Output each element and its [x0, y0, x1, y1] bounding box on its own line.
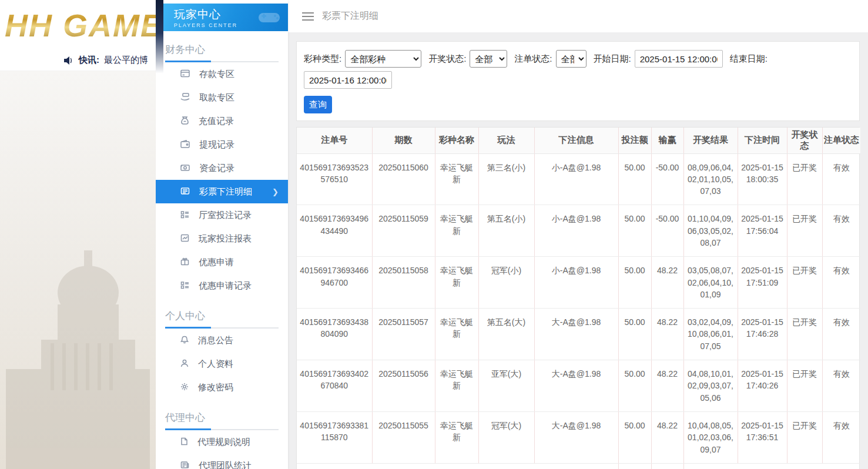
query-button[interactable]: 查询	[304, 96, 332, 113]
lottery-type-label: 彩种类型:	[304, 53, 341, 65]
start-date-label: 开始日期:	[594, 53, 631, 65]
table-row: 40156917369343880409020250115057幸运飞艇新第五名…	[297, 309, 860, 360]
table-cell: 第五名(大)	[478, 309, 534, 360]
section-agent: 代理中心 代理规则说明 代理团队统计	[156, 411, 288, 469]
sidebar-item-label: 修改密码	[198, 382, 233, 393]
logo-bar: HH GAME	[0, 0, 156, 50]
page-summary-row: 当前页统计 300.00 92.86	[297, 463, 860, 469]
sidebar-item-label: 取款专区	[199, 92, 234, 103]
sidebar-item-fund-records[interactable]: 资金记录	[165, 156, 279, 180]
wallet-icon	[180, 140, 190, 150]
section-personal: 个人中心 消息公告 个人资料 修改密码	[156, 309, 288, 399]
section-finance: 财务中心 存款专区 取款专区 充值记录 提现记录 资金记录	[156, 43, 288, 297]
table-cell: 20250115055	[372, 411, 435, 463]
money-bag-icon	[180, 116, 189, 126]
col-header: 注单状态	[822, 128, 860, 153]
end-date-input[interactable]	[304, 71, 392, 89]
menu-toggle-icon[interactable]	[302, 10, 314, 23]
table-cell: 50.00	[618, 205, 651, 257]
sidebar-item-promo-apply[interactable]: 优惠申请	[165, 250, 279, 274]
draw-status-select[interactable]: 全部	[470, 50, 507, 68]
sidebar-item-deposit-zone[interactable]: 存款专区	[165, 62, 279, 86]
table-cell: 已开奖	[787, 257, 822, 309]
sidebar: 玩家中心 PLAYERS CENTER 财务中心 存款专区 取款专区 充值记录	[156, 0, 288, 469]
sidebar-item-label: 厅室投注记录	[199, 210, 252, 221]
col-header: 下注时间	[738, 128, 787, 153]
section-personal-title: 个人中心	[165, 309, 279, 323]
sidebar-item-label: 存款专区	[199, 69, 234, 80]
end-date-label: 结束日期:	[730, 53, 768, 65]
table-cell: 有效	[822, 257, 860, 309]
sidebar-item-hall-bet-records[interactable]: 厅室投注记录	[165, 203, 279, 227]
ticker-label: 快讯:	[79, 55, 99, 66]
sidebar-item-recharge-records[interactable]: 充值记录	[165, 109, 279, 133]
table-cell: 20250115057	[372, 309, 435, 360]
table-cell: 03,02,04,09,10,08,06,01,07,05	[683, 309, 738, 360]
newspaper-icon	[180, 461, 189, 469]
table-cell: 大-A盘@1.98	[534, 360, 618, 412]
sidebar-item-profile[interactable]: 个人资料	[165, 352, 279, 376]
table-cell: 已开奖	[787, 360, 822, 412]
lottery-type-select[interactable]: 全部彩种	[345, 50, 421, 68]
order-status-select[interactable]: 全部	[556, 50, 587, 68]
sidebar-item-agent-team-stats[interactable]: 代理团队统计	[165, 454, 279, 469]
gear-icon	[180, 383, 189, 393]
col-header: 开奖结果	[683, 128, 738, 153]
sidebar-item-label: 资金记录	[199, 163, 234, 174]
table-cell: 08,09,06,04,02,01,10,05,07,03	[683, 153, 738, 205]
table-cell: 亚军(大)	[478, 360, 534, 412]
sidebar-item-label: 玩家投注报表	[199, 233, 252, 244]
sidebar-item-promo-apply-records[interactable]: 优惠申请记录	[165, 274, 279, 297]
table-cell: 幸运飞艇新	[435, 257, 478, 309]
order-status-label: 注单状态:	[514, 53, 552, 65]
table-cell: 48.22	[651, 257, 683, 309]
table-cell: 48.22	[651, 411, 683, 463]
sidebar-item-announcements[interactable]: 消息公告	[165, 329, 279, 352]
table-cell: 大-A盘@1.98	[534, 309, 618, 360]
table-cell: 有效	[822, 411, 860, 463]
table-cell: 04,08,10,01,02,09,03,07,05,06	[683, 360, 738, 412]
table-cell: 有效	[822, 309, 860, 360]
col-header: 输赢	[651, 128, 683, 153]
bet-table-panel: 注单号 期数 彩种名称 玩法 下注信息 投注额 输赢 开奖结果 下注时间 开奖状…	[296, 127, 860, 469]
capitol-building-art	[0, 222, 156, 469]
section-agent-title: 代理中心	[165, 411, 279, 424]
ticket-list-icon	[180, 187, 190, 197]
sidebar-item-withdrawal-records[interactable]: 提现记录	[165, 133, 279, 156]
page-summary-empty	[683, 463, 860, 469]
banknote-icon	[180, 163, 190, 173]
table-row: 40156917369338111587020250115055幸运飞艇新冠军(…	[297, 411, 860, 463]
sidebar-item-withdraw-zone[interactable]: 取款专区	[165, 86, 279, 109]
table-row: 40156917369352357651020250115060幸运飞艇新第三名…	[297, 153, 860, 205]
sidebar-item-lottery-bet-details[interactable]: 彩票下注明细 ❯	[156, 180, 288, 203]
table-row: 40156917369340267084020250115056幸运飞艇新亚军(…	[297, 360, 860, 412]
col-header: 期数	[372, 128, 435, 153]
bell-icon	[180, 336, 189, 346]
table-cell: 2025-01-15 18:00:35	[738, 153, 787, 205]
main-body: 彩种类型: 全部彩种 开奖状态: 全部 注单状态: 全部 开始日期: 结束日期:	[288, 32, 868, 469]
start-date-input[interactable]	[635, 50, 723, 68]
page-summary-label: 当前页统计	[297, 463, 618, 469]
table-cell: 已开奖	[787, 309, 822, 360]
table-cell: 20250115059	[372, 205, 435, 257]
table-cell: 50.00	[618, 309, 651, 360]
page-summary-bet: 300.00	[618, 463, 651, 469]
table-cell: 小-A盘@1.98	[534, 205, 618, 257]
section-divider	[165, 429, 279, 430]
sidebar-item-change-password[interactable]: 修改密码	[165, 376, 279, 399]
sidebar-item-player-bet-report[interactable]: 玩家投注报表	[165, 227, 279, 250]
table-cell: 20250115058	[372, 257, 435, 309]
sidebar-item-agent-rules[interactable]: 代理规则说明	[165, 430, 279, 454]
table-cell: 48.22	[651, 360, 683, 412]
table-cell: 401569173693523576510	[297, 153, 372, 205]
table-cell: 冠军(大)	[478, 411, 534, 463]
col-header: 彩种名称	[435, 128, 478, 153]
table-cell: 50.00	[618, 360, 651, 412]
col-header: 下注信息	[534, 128, 618, 153]
table-cell: 有效	[822, 360, 860, 412]
table-cell: 大-A盘@1.98	[534, 411, 618, 463]
section-finance-title: 财务中心	[165, 43, 279, 56]
table-cell: 第三名(小)	[478, 153, 534, 205]
sidebar-item-label: 提现记录	[199, 139, 234, 150]
section-divider	[165, 61, 279, 62]
